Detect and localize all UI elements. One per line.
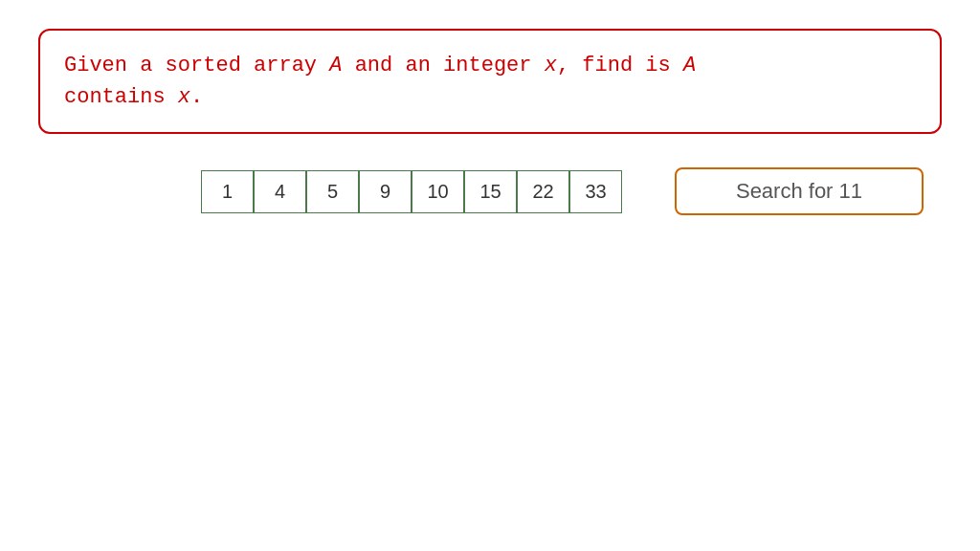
array-cells: 1 4 5 9 10 15 22 33	[201, 170, 622, 213]
array-cell-1: 4	[254, 170, 306, 213]
problem-line2: contains x.	[64, 85, 203, 109]
search-button[interactable]: Search for 11	[675, 167, 924, 215]
array-section: 1 4 5 9 10 15 22 33 Search for 11	[201, 167, 961, 215]
array-cell-5: 15	[464, 170, 517, 213]
problem-line1: Given a sorted array A and an integer x,…	[64, 54, 696, 77]
array-cell-6: 22	[517, 170, 569, 213]
array-cell-2: 5	[306, 170, 359, 213]
problem-box: Given a sorted array A and an integer x,…	[38, 29, 942, 134]
problem-text: Given a sorted array A and an integer x,…	[64, 50, 916, 113]
array-cell-7: 33	[569, 170, 622, 213]
page-container: Given a sorted array A and an integer x,…	[0, 0, 980, 551]
array-cell-3: 9	[359, 170, 412, 213]
array-cell-4: 10	[412, 170, 464, 213]
array-cell-0: 1	[201, 170, 254, 213]
